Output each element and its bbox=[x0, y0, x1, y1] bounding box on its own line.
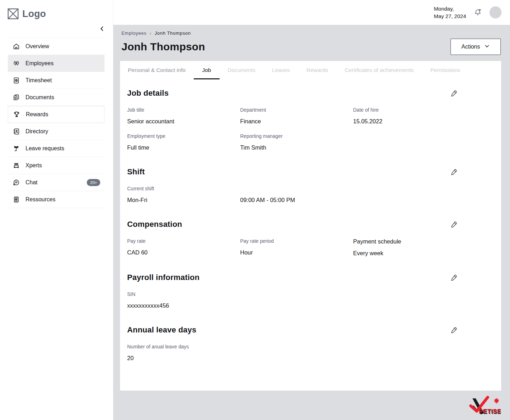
edit-annual-leave-days-button[interactable] bbox=[449, 325, 459, 335]
section-title: Job details bbox=[127, 89, 169, 98]
section-annual-leave-days: Annual leave days Number of anual leave … bbox=[127, 309, 494, 362]
breadcrumb-employees-link[interactable]: Employees bbox=[121, 30, 147, 36]
sidebar-menu: Overview Employees Timesheet Documents bbox=[8, 38, 104, 208]
breadcrumb-current: Jonh Thompson bbox=[155, 30, 191, 36]
sidebar-item-label: Ressources bbox=[26, 196, 55, 203]
xpetise-logo: PETISE PETISE bbox=[468, 395, 501, 415]
sidebar-item-label: Employees bbox=[26, 60, 53, 67]
field-department: Department Finance bbox=[240, 107, 353, 125]
sidebar: Logo Overview Employees bbox=[0, 0, 113, 420]
field-annual-leave-days: Number of anual leave days 20 bbox=[127, 344, 240, 362]
palm-tree-icon bbox=[12, 144, 21, 153]
sidebar-item-employees[interactable]: Employees bbox=[8, 55, 104, 72]
sidebar-item-label: Directory bbox=[26, 128, 48, 135]
sidebar-item-label: Documents bbox=[26, 94, 54, 101]
footer: PETISE PETISE bbox=[113, 391, 510, 420]
bell-icon bbox=[473, 13, 482, 18]
pencil-icon bbox=[450, 93, 458, 98]
topbar: Monday, May 27, 2024 bbox=[113, 0, 510, 25]
logo-text: Logo bbox=[22, 9, 46, 19]
app-root: Logo Overview Employees bbox=[0, 0, 510, 420]
sidebar-item-label: Leave requests bbox=[26, 145, 64, 152]
logo[interactable]: Logo bbox=[0, 0, 113, 20]
section-shift: Shift Current shift Mon-Fri 09:00 AM bbox=[127, 151, 494, 203]
directory-icon bbox=[12, 127, 21, 136]
tab-certificates[interactable]: Certificates of achievements bbox=[345, 61, 414, 79]
sidebar-item-label: Overview bbox=[26, 43, 49, 50]
pencil-icon bbox=[450, 277, 458, 282]
employee-detail-card: Personal & Contact info Job Documents Le… bbox=[120, 61, 501, 391]
field-pay-rate-period: Pay rate period Hour bbox=[240, 238, 353, 257]
section-title: Compensation bbox=[127, 220, 182, 229]
section-payroll-information: Payroll information SIN xxxxxxxxxxx456 bbox=[127, 257, 494, 309]
tab-documents[interactable]: Documents bbox=[228, 61, 255, 79]
edit-payroll-information-button[interactable] bbox=[449, 273, 459, 282]
sidebar-item-directory[interactable]: Directory bbox=[8, 123, 104, 140]
home-icon bbox=[12, 42, 21, 51]
pencil-icon bbox=[450, 172, 458, 177]
chat-icon bbox=[12, 178, 21, 187]
field-sin: SIN xxxxxxxxxxx456 bbox=[127, 291, 240, 309]
resources-icon bbox=[12, 195, 21, 204]
current-date: Monday, May 27, 2024 bbox=[434, 5, 466, 20]
maple-leaf-icon bbox=[494, 398, 499, 404]
section-title: Shift bbox=[127, 167, 145, 177]
field-job-title: Job title Senior accountant bbox=[127, 107, 240, 125]
section-title: Payroll information bbox=[127, 273, 199, 282]
tab-permissions[interactable]: Permissions bbox=[430, 61, 460, 79]
employees-icon bbox=[12, 59, 21, 68]
section-title: Annual leave days bbox=[127, 325, 196, 335]
actions-button-label: Actions bbox=[461, 44, 480, 50]
sidebar-item-ressources[interactable]: Ressources bbox=[8, 191, 104, 208]
page-title: Jonh Thompson bbox=[121, 41, 205, 53]
field-employment-type: Employment type Full time bbox=[127, 133, 240, 151]
tab-personal-contact-info[interactable]: Personal & Contact info bbox=[128, 61, 186, 79]
sidebar-item-label: Xperts bbox=[26, 162, 42, 169]
tab-rewards[interactable]: Rewards bbox=[306, 61, 328, 79]
sidebar-collapse-button[interactable] bbox=[99, 26, 105, 32]
sidebar-item-chat[interactable]: Chat 20+ bbox=[8, 174, 104, 191]
brand-rest-text: PETISE bbox=[479, 408, 501, 415]
breadcrumb-separator: › bbox=[150, 30, 152, 36]
tab-job[interactable]: Job bbox=[202, 61, 211, 79]
chevron-left-icon bbox=[99, 28, 105, 33]
sidebar-item-timesheet[interactable]: Timesheet bbox=[8, 72, 104, 89]
tab-leaves[interactable]: Leaves bbox=[272, 61, 290, 79]
field-date-of-hire: Date of hire 15.05.2022 bbox=[353, 107, 494, 125]
chat-unread-badge: 20+ bbox=[87, 179, 100, 186]
sidebar-item-label: Rewards bbox=[26, 111, 48, 118]
section-job-details: Job details Job title Senior accountant … bbox=[127, 79, 494, 151]
sidebar-item-label: Chat bbox=[26, 179, 38, 186]
edit-compensation-button[interactable] bbox=[449, 220, 459, 229]
chevron-down-icon bbox=[484, 43, 490, 50]
sidebar-item-documents[interactable]: Documents bbox=[8, 89, 104, 106]
actions-button[interactable]: Actions bbox=[450, 39, 501, 55]
page-head: Employees › Jonh Thompson Jonh Thompson … bbox=[113, 25, 510, 55]
notifications-button[interactable] bbox=[473, 8, 482, 17]
main-area: Monday, May 27, 2024 Employees › Jonh Th… bbox=[113, 0, 510, 420]
documents-icon bbox=[12, 93, 21, 102]
field-reporting-manager: Reporting manager Tim Smith bbox=[240, 133, 353, 151]
sidebar-item-rewards[interactable]: Rewards bbox=[8, 106, 104, 123]
edit-shift-button[interactable] bbox=[449, 167, 459, 177]
xperts-icon bbox=[12, 161, 21, 170]
section-compensation: Compensation Pay rate CAD 60 Pay rate pe… bbox=[127, 203, 494, 257]
timesheet-icon bbox=[12, 76, 21, 85]
field-current-shift-days: Current shift Mon-Fri bbox=[127, 186, 240, 203]
logo-placeholder-icon bbox=[7, 8, 19, 20]
avatar[interactable] bbox=[489, 6, 502, 18]
sidebar-item-xperts[interactable]: Xperts bbox=[8, 157, 104, 174]
sidebar-item-leave-requests[interactable]: Leave requests bbox=[8, 140, 104, 157]
pencil-icon bbox=[450, 224, 458, 229]
field-pay-rate: Pay rate CAD 60 bbox=[127, 238, 240, 257]
sidebar-item-label: Timesheet bbox=[26, 77, 52, 84]
pencil-icon bbox=[450, 330, 458, 335]
breadcrumb: Employees › Jonh Thompson bbox=[121, 30, 501, 36]
edit-job-details-button[interactable] bbox=[449, 89, 459, 98]
sidebar-item-overview[interactable]: Overview bbox=[8, 38, 104, 55]
field-current-shift-hours: 09:00 AM - 05:00 PM bbox=[240, 186, 353, 203]
trophy-icon bbox=[12, 110, 21, 119]
tabs: Personal & Contact info Job Documents Le… bbox=[127, 61, 494, 79]
field-payment-schedule: Payment schedule Every week bbox=[353, 238, 494, 257]
